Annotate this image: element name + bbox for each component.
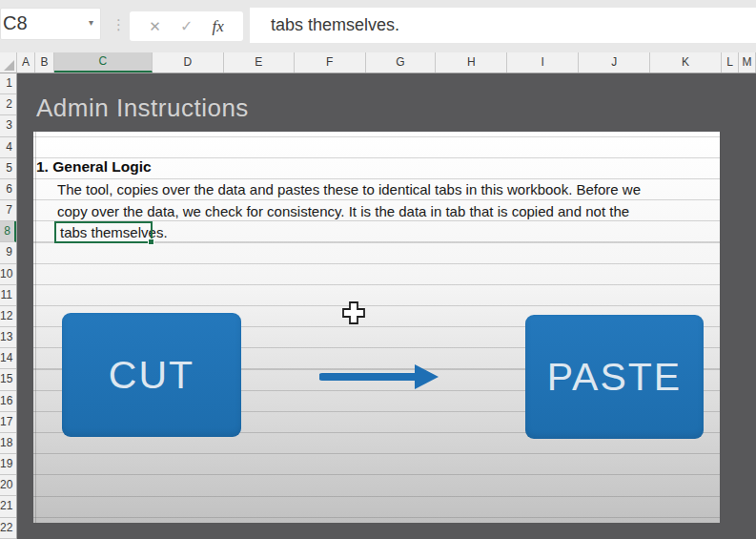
- panel-left-edge: [35, 132, 36, 523]
- row-header-14[interactable]: 14: [0, 348, 16, 369]
- fill-handle[interactable]: [148, 238, 154, 245]
- row-header-20[interactable]: 20: [0, 475, 16, 496]
- body-line-1: The tool, copies over the data and paste…: [57, 181, 641, 197]
- column-header-a[interactable]: A: [17, 52, 35, 73]
- cancel-icon[interactable]: ✕: [149, 18, 161, 35]
- column-header-b[interactable]: B: [35, 52, 54, 73]
- arrow-right-icon: [319, 363, 439, 391]
- formula-bar-area: C8 ▾ ⋮ ✕ ✓ fx tabs themselves.: [0, 0, 756, 52]
- selected-cell-outline[interactable]: [54, 221, 153, 243]
- column-header-k[interactable]: K: [650, 52, 722, 73]
- cell-cursor-icon: [342, 301, 365, 324]
- row-header-10[interactable]: 10: [0, 264, 16, 285]
- column-headers: A B C D E F G H I J K L M: [17, 52, 756, 73]
- column-header-h[interactable]: H: [436, 52, 507, 73]
- paste-button[interactable]: PASTE: [525, 315, 704, 439]
- section-heading: 1. General Logic: [36, 158, 152, 176]
- row-header-1[interactable]: 1: [0, 73, 16, 94]
- enter-icon[interactable]: ✓: [180, 17, 193, 35]
- cell-reference: C8: [3, 12, 28, 34]
- row-header-13[interactable]: 13: [0, 327, 16, 348]
- worksheet-grid[interactable]: Admin Instructions 1. General Logic The …: [17, 73, 756, 539]
- name-box[interactable]: C8 ▾: [0, 8, 101, 40]
- column-header-l[interactable]: L: [722, 52, 739, 73]
- column-header-d[interactable]: D: [153, 52, 224, 73]
- column-header-f[interactable]: F: [295, 52, 366, 73]
- excel-window: C8 ▾ ⋮ ✕ ✓ fx tabs themselves. A B C D E…: [0, 0, 756, 539]
- row-header-19[interactable]: 19: [0, 454, 16, 475]
- column-header-i[interactable]: I: [507, 52, 579, 73]
- row-header-12[interactable]: 12: [0, 306, 16, 327]
- row-header-15[interactable]: 15: [0, 369, 16, 390]
- row-header-7[interactable]: 7: [0, 200, 16, 221]
- row-header-18[interactable]: 18: [0, 433, 16, 454]
- insert-function-icon[interactable]: fx: [213, 17, 224, 36]
- select-all-triangle-icon: [4, 60, 14, 71]
- row-header-6[interactable]: 6: [0, 179, 16, 200]
- formula-input[interactable]: tabs themselves.: [250, 8, 756, 43]
- formula-buttons-group: ✕ ✓ fx: [130, 11, 243, 41]
- column-header-g[interactable]: G: [366, 52, 437, 73]
- column-header-j[interactable]: J: [579, 52, 650, 73]
- row-header-5[interactable]: 5: [0, 158, 16, 179]
- paste-button-label: PASTE: [547, 355, 682, 400]
- cut-button-label: CUT: [109, 353, 194, 398]
- column-header-m[interactable]: M: [739, 52, 756, 73]
- formula-text: tabs themselves.: [271, 15, 399, 34]
- column-header-e[interactable]: E: [224, 52, 295, 73]
- row-header-3[interactable]: 3: [0, 115, 16, 136]
- row-header-4[interactable]: 4: [0, 137, 16, 158]
- row-header-2[interactable]: 2: [0, 94, 16, 115]
- chevron-down-icon[interactable]: ▾: [89, 17, 93, 28]
- admin-instructions-title: Admin Instructions: [36, 93, 249, 123]
- dots-separator-icon: ⋮: [112, 16, 126, 33]
- row-header-11[interactable]: 11: [0, 285, 16, 306]
- row-header-16[interactable]: 16: [0, 391, 16, 412]
- row-headers: 1 2 3 4 5 6 7 8 9 10 11 12 13 14 15 16 1…: [0, 73, 17, 539]
- row-header-21[interactable]: 21: [0, 496, 16, 517]
- row-header-22[interactable]: 22: [0, 518, 16, 539]
- select-all-button[interactable]: [0, 52, 17, 73]
- row-header-17[interactable]: 17: [0, 412, 16, 433]
- row-header-8[interactable]: 8: [0, 221, 16, 242]
- body-line-2: copy over the data, we check for consist…: [57, 203, 629, 219]
- column-header-c[interactable]: C: [54, 52, 153, 73]
- cut-button[interactable]: CUT: [62, 313, 241, 437]
- row-header-9[interactable]: 9: [0, 242, 16, 263]
